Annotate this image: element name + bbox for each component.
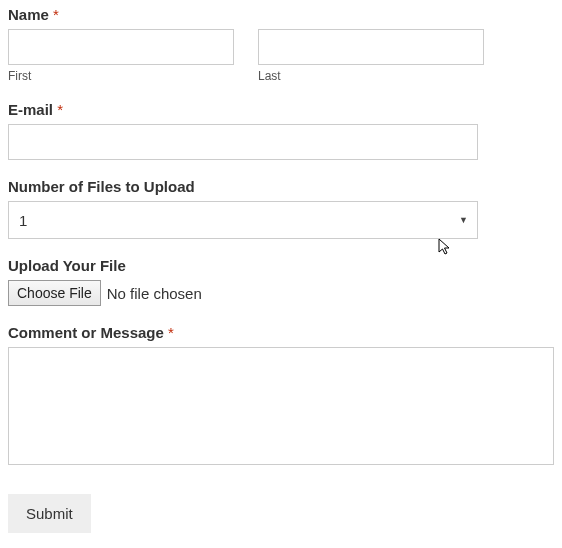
file-count-field-group: Number of Files to Upload 1 ▼ xyxy=(8,178,554,239)
required-marker: * xyxy=(57,101,63,118)
cursor-icon xyxy=(438,238,452,256)
required-marker: * xyxy=(168,324,174,341)
comment-field-group: Comment or Message * xyxy=(8,324,554,468)
email-input[interactable] xyxy=(8,124,478,160)
name-label-text: Name xyxy=(8,6,49,23)
name-last-col: Last xyxy=(258,29,484,83)
upload-field-group: Upload Your File Choose File No file cho… xyxy=(8,257,554,306)
required-marker: * xyxy=(53,6,59,23)
file-count-select[interactable]: 1 xyxy=(8,201,478,239)
file-count-select-wrap: 1 ▼ xyxy=(8,201,478,239)
file-row: Choose File No file chosen xyxy=(8,280,554,306)
submit-button[interactable]: Submit xyxy=(8,494,91,533)
file-count-label: Number of Files to Upload xyxy=(8,178,554,195)
comment-textarea[interactable] xyxy=(8,347,554,465)
email-label-text: E-mail xyxy=(8,101,53,118)
file-status: No file chosen xyxy=(107,285,202,302)
choose-file-button[interactable]: Choose File xyxy=(8,280,101,306)
upload-label: Upload Your File xyxy=(8,257,554,274)
first-name-sublabel: First xyxy=(8,69,234,83)
email-label: E-mail * xyxy=(8,101,554,118)
last-name-input[interactable] xyxy=(258,29,484,65)
first-name-input[interactable] xyxy=(8,29,234,65)
email-field-group: E-mail * xyxy=(8,101,554,160)
name-label: Name * xyxy=(8,6,554,23)
name-first-col: First xyxy=(8,29,234,83)
last-name-sublabel: Last xyxy=(258,69,484,83)
name-field-group: Name * First Last xyxy=(8,6,554,83)
comment-label-text: Comment or Message xyxy=(8,324,164,341)
comment-label: Comment or Message * xyxy=(8,324,554,341)
name-row: First Last xyxy=(8,29,554,83)
file-count-label-text: Number of Files to Upload xyxy=(8,178,195,195)
upload-label-text: Upload Your File xyxy=(8,257,126,274)
